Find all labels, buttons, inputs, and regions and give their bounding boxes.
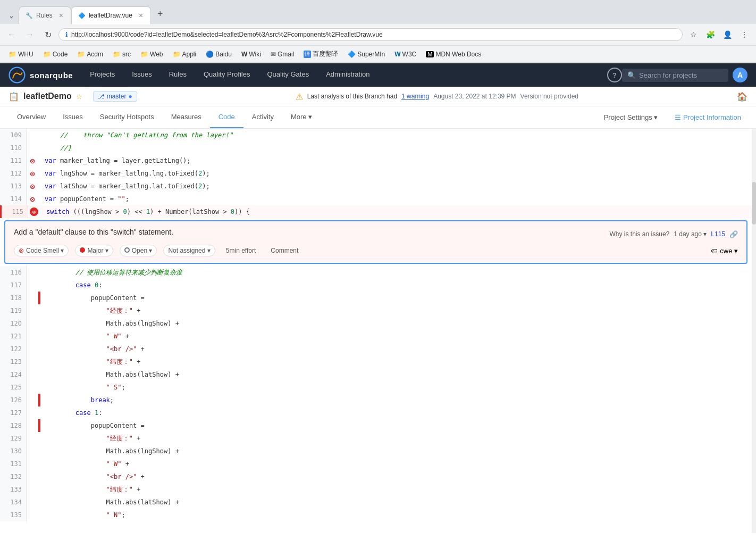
issue-tag-type[interactable]: ⊗ Code Smell ▾ [14, 245, 69, 256]
menu-dots-button[interactable]: ⋮ [737, 27, 752, 42]
line-num-111: 111 [0, 154, 27, 167]
bookmark-baidu[interactable]: 🔵 Baidu [201, 49, 236, 60]
bookmark-wiki[interactable]: W Wiki [237, 49, 265, 60]
scrollbar-thumb[interactable] [752, 182, 756, 225]
forward-button[interactable]: → [22, 27, 37, 42]
bookmark-appli[interactable]: 📁 Appli [169, 49, 201, 60]
bookmark-acdm[interactable]: 📁 Acdm [73, 49, 107, 60]
favorite-star-icon[interactable]: ☆ [76, 93, 82, 101]
issue-time-ago[interactable]: 1 day ago ▾ [674, 230, 707, 238]
bookmark-src-label: src [122, 51, 131, 58]
bookmark-src[interactable]: 📁 src [108, 49, 135, 60]
issue-marker-112[interactable]: ⊗ [30, 169, 35, 179]
home-button[interactable]: 🏠 [737, 92, 747, 102]
bookmark-web-label: Web [150, 51, 163, 58]
subnav-overview[interactable]: Overview [9, 106, 54, 128]
issue-marker-111[interactable]: ⊗ [30, 156, 35, 166]
line-num-125: 125 [0, 381, 27, 394]
bookmark-baidu-label: Baidu [215, 51, 232, 58]
bookmark-translate[interactable]: 译 百度翻译 [299, 48, 342, 60]
help-button[interactable]: ? [607, 68, 622, 82]
line-code-135: " N"; [40, 509, 752, 521]
open-label: Open ▾ [132, 247, 153, 254]
tab-leaflet-label: leafletDraw.vue [89, 12, 132, 19]
line-num-135: 135 [0, 509, 27, 521]
bookmark-code-label: Code [53, 51, 68, 58]
link-icon[interactable]: 🔗 [729, 230, 738, 238]
issue-line-ref[interactable]: L115 [711, 230, 725, 238]
tab-rules[interactable]: 🔧 Rules × [19, 6, 71, 24]
nav-item-quality-profiles[interactable]: Quality Profiles [195, 63, 258, 87]
line-marker-129 [27, 432, 38, 445]
tab-overflow-left[interactable]: ⌄ [4, 7, 19, 24]
nav-item-projects[interactable]: Projects [81, 63, 123, 87]
scrollbar-track[interactable] [752, 129, 756, 533]
address-bar: ← → ↻ ℹ http://localhost:9000/code?id=le… [0, 24, 756, 46]
nav-item-administration[interactable]: Administration [317, 63, 378, 87]
issue-tag-comment[interactable]: Comment [266, 245, 303, 256]
search-placeholder: Search for projects [639, 71, 697, 79]
search-projects-input[interactable]: 🔍 Search for projects [622, 69, 728, 82]
subnav-issues[interactable]: Issues [54, 106, 91, 128]
nav-item-quality-gates[interactable]: Quality Gates [258, 63, 317, 87]
line-marker-122 [27, 343, 38, 355]
nav-item-issues[interactable]: Issues [123, 63, 161, 87]
bookmark-supermin[interactable]: 🔷 SuperMIn [343, 49, 389, 60]
tab-leaflet[interactable]: 🔷 leafletDraw.vue × [71, 6, 151, 24]
line-code-123: "纬度：" + [40, 355, 752, 368]
bookmark-mdn[interactable]: M MDN Web Docs [422, 49, 485, 60]
issue-tag-severity[interactable]: Major ▾ [75, 245, 113, 256]
bookmark-star-button[interactable]: ☆ [686, 27, 701, 42]
nav-item-rules[interactable]: Rules [161, 63, 195, 87]
issue-tag-assignee[interactable]: Not assigned ▾ [163, 245, 215, 256]
reload-button[interactable]: ↻ [40, 27, 55, 42]
line-num-124: 124 [0, 368, 27, 381]
tab-leaflet-close[interactable]: × [138, 11, 144, 20]
line-num-129: 129 [0, 432, 27, 445]
line-marker-127 [27, 406, 38, 419]
tag-icon: 🏷 [711, 247, 718, 255]
subnav-activity[interactable]: Activity [243, 106, 282, 128]
extension-puzzle-button[interactable]: 🧩 [703, 27, 718, 42]
bookmark-code[interactable]: 📁 Code [39, 49, 72, 60]
search-icon: 🔍 [627, 71, 636, 79]
issue-cwe[interactable]: 🏷 cwe ▾ [711, 247, 738, 255]
project-info-button[interactable]: ☰ Project Information [668, 109, 747, 126]
issue-tag-status[interactable]: Open ▾ [120, 245, 157, 256]
issue-marker-113[interactable]: ⊗ [30, 181, 35, 192]
user-avatar[interactable]: A [733, 68, 747, 82]
open-dot-icon [124, 247, 130, 254]
project-settings-button[interactable]: Project Settings ▾ [598, 109, 665, 126]
bookmark-gmail[interactable]: ✉ Gmail [266, 49, 298, 60]
profile-button[interactable]: 👤 [720, 27, 735, 42]
subnav-security-hotspots[interactable]: Security Hotspots [91, 106, 163, 128]
line-num-115: 115 [2, 205, 28, 218]
code-line-129: 129 "经度：" + [0, 432, 752, 445]
line-code-111: var marker_latlng = layer.getLatLng(); [40, 154, 752, 167]
issue-tag-effort: 5min effort [222, 245, 260, 256]
issue-why-link[interactable]: Why is this an issue? [610, 230, 670, 238]
new-tab-button[interactable]: + [151, 4, 170, 24]
tab-rules-close[interactable]: × [58, 11, 64, 20]
bookmark-web[interactable]: 📁 Web [136, 49, 167, 60]
bookmark-whu[interactable]: 📁 WHU [4, 49, 38, 60]
warning-link[interactable]: 1 warning [401, 93, 429, 100]
svg-point-0 [10, 68, 25, 83]
warning-date: August 23, 2022 at 12:39 PM [433, 93, 516, 100]
subnav-more[interactable]: More ▾ [282, 106, 321, 128]
issue-marker-115[interactable]: ⊗ [30, 207, 38, 216]
line-code-126: break; [40, 394, 752, 406]
subnav-measures[interactable]: Measures [163, 106, 210, 128]
sonarqube-logo[interactable]: sonarqube [9, 67, 73, 84]
back-button[interactable]: ← [4, 27, 19, 42]
bookmark-w3c[interactable]: W W3C [390, 49, 421, 60]
line-code-118: popupContent = [40, 292, 752, 304]
code-container[interactable]: 109 // throw "Can't getLatLng from the l… [0, 129, 756, 533]
line-num-109: 109 [0, 129, 27, 142]
subnav-code[interactable]: Code [210, 106, 243, 128]
bookmark-w3c-icon: W [394, 51, 400, 58]
issue-marker-114[interactable]: ⊗ [30, 194, 35, 204]
tab-bar: ⌄ 🔧 Rules × 🔷 leafletDraw.vue × + [0, 0, 756, 24]
line-marker-117 [27, 279, 38, 292]
url-bar[interactable]: ℹ http://localhost:9000/code?id=leafletD… [58, 28, 683, 41]
